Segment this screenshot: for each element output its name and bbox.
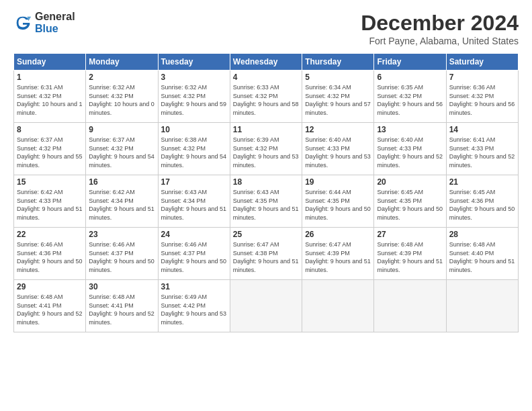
day-number: 12	[305, 125, 371, 134]
day-number: 5	[305, 73, 371, 82]
day-info: Sunrise: 6:32 AM Sunset: 4:32 PM Dayligh…	[161, 83, 227, 117]
main-title: December 2024	[361, 11, 519, 36]
calendar-week-row: 22 Sunrise: 6:46 AM Sunset: 4:36 PM Dayl…	[14, 228, 519, 280]
day-info: Sunrise: 6:40 AM Sunset: 4:33 PM Dayligh…	[305, 136, 371, 169]
table-row: 17 Sunrise: 6:43 AM Sunset: 4:34 PM Dayl…	[158, 175, 230, 228]
day-info: Sunrise: 6:48 AM Sunset: 4:41 PM Dayligh…	[17, 293, 83, 326]
table-row: 1 Sunrise: 6:31 AM Sunset: 4:32 PM Dayli…	[14, 71, 86, 123]
col-friday: Friday	[374, 54, 446, 71]
table-row: 25 Sunrise: 6:47 AM Sunset: 4:38 PM Dayl…	[230, 228, 302, 280]
day-info: Sunrise: 6:43 AM Sunset: 4:35 PM Dayligh…	[233, 188, 299, 222]
day-number: 31	[161, 282, 227, 291]
day-info: Sunrise: 6:48 AM Sunset: 4:40 PM Dayligh…	[449, 240, 515, 274]
day-info: Sunrise: 6:46 AM Sunset: 4:37 PM Dayligh…	[89, 240, 154, 274]
table-row: 20 Sunrise: 6:45 AM Sunset: 4:35 PM Dayl…	[374, 175, 446, 228]
table-row: 29 Sunrise: 6:48 AM Sunset: 4:41 PM Dayl…	[14, 280, 86, 332]
day-info: Sunrise: 6:34 AM Sunset: 4:32 PM Dayligh…	[305, 83, 371, 117]
day-info: Sunrise: 6:37 AM Sunset: 4:32 PM Dayligh…	[17, 136, 83, 169]
day-info: Sunrise: 6:42 AM Sunset: 4:34 PM Dayligh…	[89, 188, 154, 222]
day-number: 23	[89, 230, 154, 239]
day-info: Sunrise: 6:37 AM Sunset: 4:32 PM Dayligh…	[89, 136, 154, 169]
day-info: Sunrise: 6:46 AM Sunset: 4:36 PM Dayligh…	[17, 240, 83, 274]
table-row: 5 Sunrise: 6:34 AM Sunset: 4:32 PM Dayli…	[302, 71, 374, 123]
day-info: Sunrise: 6:39 AM Sunset: 4:32 PM Dayligh…	[233, 136, 299, 169]
table-row: 4 Sunrise: 6:33 AM Sunset: 4:32 PM Dayli…	[230, 71, 302, 123]
table-row: 18 Sunrise: 6:43 AM Sunset: 4:35 PM Dayl…	[230, 175, 302, 228]
table-row	[302, 280, 374, 332]
table-row	[446, 280, 518, 332]
table-row: 31 Sunrise: 6:49 AM Sunset: 4:42 PM Dayl…	[158, 280, 230, 332]
table-row	[374, 280, 446, 332]
subtitle: Fort Payne, Alabama, United States	[361, 36, 519, 46]
day-info: Sunrise: 6:38 AM Sunset: 4:32 PM Dayligh…	[161, 136, 227, 169]
table-row: 12 Sunrise: 6:40 AM Sunset: 4:33 PM Dayl…	[302, 123, 374, 175]
day-info: Sunrise: 6:45 AM Sunset: 4:36 PM Dayligh…	[449, 188, 515, 222]
header: General Blue December 2024 Fort Payne, A…	[13, 11, 519, 46]
col-thursday: Thursday	[302, 54, 374, 71]
table-row: 2 Sunrise: 6:32 AM Sunset: 4:32 PM Dayli…	[86, 71, 158, 123]
calendar-week-row: 1 Sunrise: 6:31 AM Sunset: 4:32 PM Dayli…	[14, 71, 519, 123]
col-sunday: Sunday	[14, 54, 86, 71]
day-number: 15	[17, 177, 83, 187]
day-info: Sunrise: 6:33 AM Sunset: 4:32 PM Dayligh…	[233, 83, 299, 117]
day-info: Sunrise: 6:31 AM Sunset: 4:32 PM Dayligh…	[17, 83, 83, 117]
table-row: 15 Sunrise: 6:42 AM Sunset: 4:33 PM Dayl…	[14, 175, 86, 228]
day-info: Sunrise: 6:36 AM Sunset: 4:32 PM Dayligh…	[449, 83, 515, 117]
table-row: 16 Sunrise: 6:42 AM Sunset: 4:34 PM Dayl…	[86, 175, 158, 228]
day-info: Sunrise: 6:47 AM Sunset: 4:38 PM Dayligh…	[233, 240, 299, 274]
day-number: 26	[305, 230, 371, 239]
day-number: 21	[449, 177, 515, 187]
day-info: Sunrise: 6:42 AM Sunset: 4:33 PM Dayligh…	[17, 188, 83, 222]
day-number: 16	[89, 177, 154, 187]
table-row: 3 Sunrise: 6:32 AM Sunset: 4:32 PM Dayli…	[158, 71, 230, 123]
title-block: December 2024 Fort Payne, Alabama, Unite…	[361, 11, 519, 46]
day-number: 24	[161, 230, 227, 239]
logo: General Blue	[13, 11, 75, 34]
day-number: 9	[89, 125, 154, 134]
day-info: Sunrise: 6:47 AM Sunset: 4:39 PM Dayligh…	[305, 240, 371, 274]
day-info: Sunrise: 6:43 AM Sunset: 4:34 PM Dayligh…	[161, 188, 227, 222]
day-number: 18	[233, 177, 299, 187]
col-monday: Monday	[86, 54, 158, 71]
col-tuesday: Tuesday	[158, 54, 230, 71]
table-row: 9 Sunrise: 6:37 AM Sunset: 4:32 PM Dayli…	[86, 123, 158, 175]
day-number: 6	[377, 73, 443, 82]
day-info: Sunrise: 6:48 AM Sunset: 4:41 PM Dayligh…	[89, 293, 154, 326]
logo-general-text: General	[35, 11, 75, 23]
day-number: 11	[233, 125, 299, 134]
day-info: Sunrise: 6:40 AM Sunset: 4:33 PM Dayligh…	[377, 136, 443, 169]
day-info: Sunrise: 6:46 AM Sunset: 4:37 PM Dayligh…	[161, 240, 227, 274]
day-info: Sunrise: 6:44 AM Sunset: 4:35 PM Dayligh…	[305, 188, 371, 222]
table-row: 28 Sunrise: 6:48 AM Sunset: 4:40 PM Dayl…	[446, 228, 518, 280]
day-info: Sunrise: 6:32 AM Sunset: 4:32 PM Dayligh…	[89, 83, 154, 117]
day-number: 1	[17, 73, 83, 82]
table-row: 7 Sunrise: 6:36 AM Sunset: 4:32 PM Dayli…	[446, 71, 518, 123]
logo-icon	[13, 13, 32, 32]
logo-blue-text: Blue	[35, 23, 75, 35]
day-number: 3	[161, 73, 227, 82]
day-info: Sunrise: 6:35 AM Sunset: 4:32 PM Dayligh…	[377, 83, 443, 117]
table-row: 21 Sunrise: 6:45 AM Sunset: 4:36 PM Dayl…	[446, 175, 518, 228]
table-row: 11 Sunrise: 6:39 AM Sunset: 4:32 PM Dayl…	[230, 123, 302, 175]
col-wednesday: Wednesday	[230, 54, 302, 71]
calendar: Sunday Monday Tuesday Wednesday Thursday…	[13, 53, 519, 332]
day-number: 10	[161, 125, 227, 134]
table-row: 26 Sunrise: 6:47 AM Sunset: 4:39 PM Dayl…	[302, 228, 374, 280]
table-row: 19 Sunrise: 6:44 AM Sunset: 4:35 PM Dayl…	[302, 175, 374, 228]
logo-text: General Blue	[35, 11, 75, 34]
day-number: 2	[89, 73, 154, 82]
header-row: Sunday Monday Tuesday Wednesday Thursday…	[14, 54, 519, 71]
day-info: Sunrise: 6:49 AM Sunset: 4:42 PM Dayligh…	[161, 293, 227, 326]
day-number: 4	[233, 73, 299, 82]
table-row: 30 Sunrise: 6:48 AM Sunset: 4:41 PM Dayl…	[86, 280, 158, 332]
day-number: 8	[17, 125, 83, 134]
table-row: 23 Sunrise: 6:46 AM Sunset: 4:37 PM Dayl…	[86, 228, 158, 280]
day-number: 25	[233, 230, 299, 239]
table-row: 10 Sunrise: 6:38 AM Sunset: 4:32 PM Dayl…	[158, 123, 230, 175]
table-row	[230, 280, 302, 332]
day-number: 19	[305, 177, 371, 187]
day-number: 30	[89, 282, 154, 291]
day-number: 28	[449, 230, 515, 239]
day-number: 20	[377, 177, 443, 187]
day-info: Sunrise: 6:48 AM Sunset: 4:39 PM Dayligh…	[377, 240, 443, 274]
